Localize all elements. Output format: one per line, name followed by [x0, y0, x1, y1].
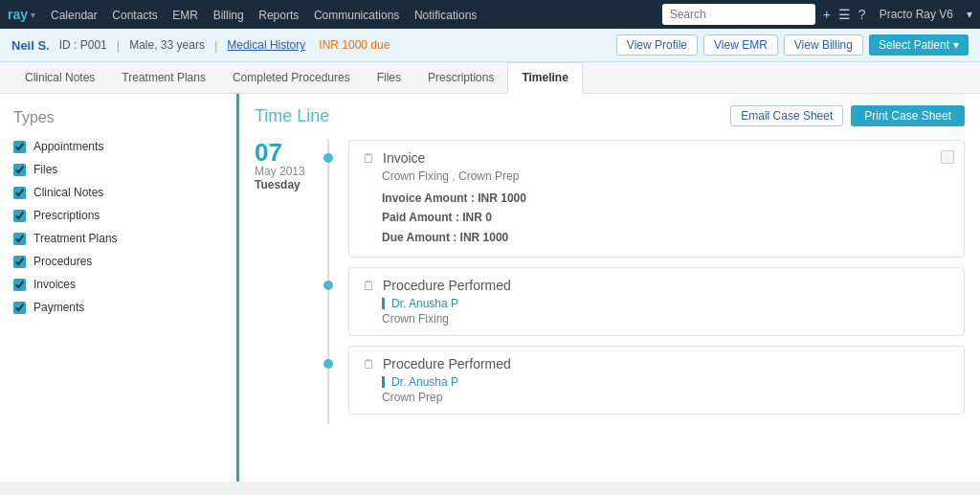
- invoice-amount: Invoice Amount : INR 1000: [382, 189, 950, 208]
- procedure-1-label: Procedure Performed: [383, 278, 511, 293]
- tab-treatment-plans[interactable]: Treatment Plans: [108, 63, 219, 94]
- email-case-sheet-button[interactable]: Email Case Sheet: [730, 105, 843, 126]
- user-dropdown-arrow[interactable]: ▾: [967, 8, 972, 21]
- events-container: 🗒 Invoice Crown Fixing , Crown Prep Invo…: [327, 140, 965, 424]
- treatment-plans-checkbox[interactable]: [13, 233, 26, 245]
- procedure-2-title: 🗒 Procedure Performed: [363, 356, 950, 371]
- timeline-actions: Email Case Sheet Print Case Sheet: [730, 105, 965, 126]
- select-patient-button[interactable]: Select Patient ▾: [869, 34, 969, 56]
- timeline-panel: Time Line Email Case Sheet Print Case Sh…: [239, 94, 980, 482]
- search-area: + ☰ ? Practo Ray V6 ▾: [662, 4, 972, 25]
- checkbox-payments[interactable]: Payments: [13, 301, 223, 314]
- tab-clinical-notes[interactable]: Clinical Notes: [11, 63, 108, 94]
- logo[interactable]: ray ▾: [8, 7, 35, 22]
- invoice-details: Invoice Amount : INR 1000 Paid Amount : …: [363, 189, 950, 247]
- nav-contacts[interactable]: Contacts: [112, 9, 157, 22]
- separator2: |: [214, 38, 217, 53]
- paid-amount: Paid Amount : INR 0: [382, 208, 950, 227]
- patient-gender-age: Male, 33 years: [129, 38, 205, 52]
- view-billing-button[interactable]: View Billing: [784, 34, 863, 56]
- checkbox-procedures[interactable]: Procedures: [13, 255, 223, 268]
- view-emr-button[interactable]: View EMR: [703, 34, 778, 56]
- treatment-plans-label: Treatment Plans: [33, 232, 118, 245]
- prescriptions-label: Prescriptions: [33, 209, 100, 222]
- doctor-bar-2: [382, 376, 385, 388]
- nav-reports[interactable]: Reports: [258, 9, 299, 22]
- tab-prescriptions[interactable]: Prescriptions: [414, 63, 507, 94]
- timeline-title: Time Line: [255, 106, 329, 126]
- add-button[interactable]: +: [823, 7, 831, 22]
- checkbox-treatment-plans[interactable]: Treatment Plans: [13, 232, 223, 245]
- due-amount: Due Amount : INR 1000: [382, 228, 950, 247]
- procedures-checkbox[interactable]: [13, 256, 26, 268]
- procedure-2-card: 🗒 Procedure Performed Dr. Anusha P Crown…: [348, 346, 965, 415]
- nav-emr[interactable]: EMR: [172, 9, 198, 22]
- patient-id: ID : P001: [59, 38, 107, 52]
- timeline-dot-2: [323, 281, 333, 290]
- patient-action-buttons: View Profile View EMR View Billing Selec…: [616, 34, 969, 56]
- help-icon[interactable]: ?: [858, 7, 866, 22]
- notifications-icon[interactable]: ☰: [838, 7, 851, 22]
- invoice-card: 🗒 Invoice Crown Fixing , Crown Prep Invo…: [348, 140, 965, 258]
- timeline-date-block: 07 May 2013 Tuesday 🗒 Invoice Crown Fixi…: [255, 140, 965, 424]
- types-sidebar: Types Appointments Files Clinical Notes …: [0, 94, 239, 482]
- select-patient-arrow: ▾: [953, 38, 959, 52]
- invoices-checkbox[interactable]: [13, 279, 26, 291]
- clinical-notes-checkbox[interactable]: [13, 187, 26, 199]
- prescriptions-checkbox[interactable]: [13, 210, 26, 222]
- view-profile-button[interactable]: View Profile: [616, 34, 698, 56]
- medical-history-link[interactable]: Medical History: [227, 38, 305, 52]
- checkbox-appointments[interactable]: Appointments: [13, 140, 223, 153]
- procedure-1-card: 🗒 Procedure Performed Dr. Anusha P Crown…: [348, 267, 965, 336]
- timeline-header: Time Line Email Case Sheet Print Case Sh…: [255, 105, 965, 126]
- clinical-notes-label: Clinical Notes: [33, 186, 103, 199]
- patient-name: Neil S.: [11, 38, 50, 53]
- invoice-checkbox[interactable]: [941, 150, 954, 164]
- top-navigation: ray ▾ Calendar Contacts EMR Billing Repo…: [0, 0, 980, 29]
- tab-completed-procedures[interactable]: Completed Procedures: [219, 63, 364, 94]
- timeline-dot-3: [323, 359, 333, 369]
- sidebar-title: Types: [13, 109, 223, 126]
- nav-communications[interactable]: Communications: [314, 9, 399, 22]
- logo-text: ray: [8, 7, 28, 22]
- nav-billing[interactable]: Billing: [213, 9, 244, 22]
- tab-files[interactable]: Files: [364, 63, 414, 94]
- procedure-1-name: Crown Fixing: [363, 312, 950, 326]
- date-day: 07: [255, 140, 312, 165]
- procedure-1-title: 🗒 Procedure Performed: [363, 278, 950, 293]
- nav-notifications[interactable]: Notifications: [414, 9, 477, 22]
- payments-checkbox[interactable]: [13, 302, 26, 314]
- doctor-1-name: Dr. Anusha P: [363, 297, 950, 310]
- procedure-2-label: Procedure Performed: [383, 356, 511, 371]
- invoices-label: Invoices: [33, 278, 76, 291]
- nav-calendar[interactable]: Calendar: [51, 9, 98, 22]
- timeline-event-invoice: 🗒 Invoice Crown Fixing , Crown Prep Invo…: [348, 140, 965, 258]
- logo-dropdown-arrow: ▾: [31, 10, 35, 20]
- procedure-1-icon: 🗒: [363, 279, 375, 293]
- invoice-label: Invoice: [383, 150, 425, 166]
- checkbox-invoices[interactable]: Invoices: [13, 278, 223, 291]
- doctor-1-label: Dr. Anusha P: [391, 297, 458, 310]
- patient-bar: Neil S. ID : P001 | Male, 33 years | Med…: [0, 29, 980, 62]
- checkbox-prescriptions[interactable]: Prescriptions: [13, 209, 223, 222]
- payments-label: Payments: [33, 301, 84, 314]
- checkbox-files[interactable]: Files: [13, 163, 223, 176]
- print-case-sheet-button[interactable]: Print Case Sheet: [851, 105, 965, 126]
- appointments-checkbox[interactable]: [13, 141, 26, 153]
- procedure-2-icon: 🗒: [363, 357, 375, 371]
- procedure-2-name: Crown Prep: [363, 391, 950, 404]
- main-nav: Calendar Contacts EMR Billing Reports Co…: [51, 8, 488, 22]
- tab-timeline[interactable]: Timeline: [507, 62, 582, 94]
- search-input[interactable]: [662, 4, 815, 25]
- timeline-dot-1: [323, 153, 333, 163]
- date-month: May 2013: [255, 165, 312, 178]
- select-patient-label: Select Patient: [879, 38, 949, 52]
- files-checkbox[interactable]: [13, 164, 26, 176]
- doctor-2-label: Dr. Anusha P: [391, 375, 458, 389]
- doctor-2-name: Dr. Anusha P: [363, 375, 950, 389]
- main-content: Types Appointments Files Clinical Notes …: [0, 94, 980, 482]
- checkbox-clinical-notes[interactable]: Clinical Notes: [13, 186, 223, 199]
- user-label[interactable]: Practo Ray V6: [880, 8, 953, 21]
- timeline-event-procedure-2: 🗒 Procedure Performed Dr. Anusha P Crown…: [348, 346, 965, 415]
- tabs-row: Clinical Notes Treatment Plans Completed…: [0, 62, 980, 94]
